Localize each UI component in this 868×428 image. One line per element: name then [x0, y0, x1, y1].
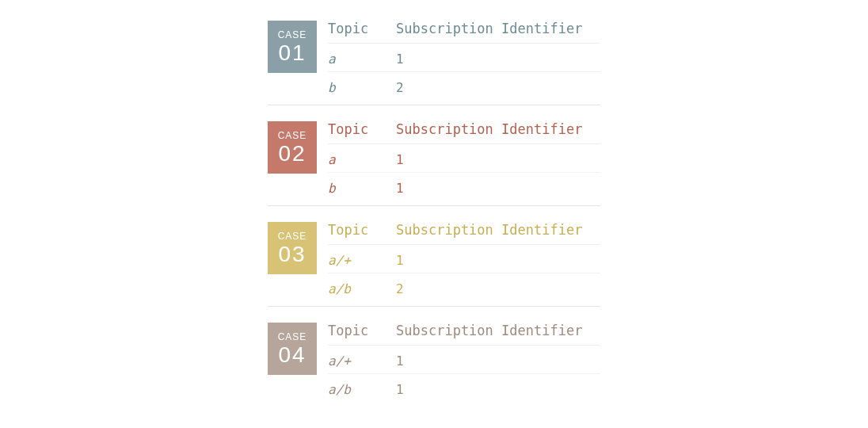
case-badge: CASE 02	[268, 121, 317, 174]
case-table: Topic Subscription Identifier a/+ 1 a/b …	[328, 323, 600, 402]
badge-label: CASE	[278, 29, 307, 40]
case-badge: CASE 03	[268, 222, 317, 274]
cell-subscription-identifier: 1	[396, 152, 600, 167]
badge-label: CASE	[278, 231, 307, 242]
case-table: Topic Subscription Identifier a 1 b 2	[328, 21, 600, 100]
header-topic: Topic	[328, 21, 396, 36]
header-subscription-identifier: Subscription Identifier	[396, 21, 600, 36]
cell-subscription-identifier: 2	[396, 80, 600, 95]
cell-topic: b	[328, 181, 396, 196]
cell-topic: a/+	[328, 253, 396, 268]
cell-subscription-identifier: 1	[396, 382, 600, 397]
badge-number: 01	[278, 42, 306, 64]
cell-subscription-identifier: 1	[396, 52, 600, 67]
table-row: a/b 1	[328, 373, 600, 402]
header-topic: Topic	[328, 323, 396, 338]
case-block: CASE 01 Topic Subscription Identifier a …	[268, 21, 600, 105]
case-list: CASE 01 Topic Subscription Identifier a …	[268, 21, 600, 407]
table-header: Topic Subscription Identifier	[328, 121, 600, 144]
table-row: a 1	[328, 144, 600, 172]
cell-subscription-identifier: 1	[396, 253, 600, 268]
table-row: a/+ 1	[328, 346, 600, 373]
header-subscription-identifier: Subscription Identifier	[396, 121, 600, 137]
cell-topic: a/+	[328, 353, 396, 369]
case-table: Topic Subscription Identifier a 1 b 1	[328, 121, 600, 201]
cell-topic: b	[328, 80, 396, 95]
header-topic: Topic	[328, 222, 396, 238]
header-topic: Topic	[328, 121, 396, 137]
badge-number: 02	[278, 143, 306, 165]
table-header: Topic Subscription Identifier	[328, 323, 600, 346]
cell-subscription-identifier: 1	[396, 181, 600, 196]
cell-subscription-identifier: 2	[396, 281, 600, 296]
table-row: b 2	[328, 71, 600, 100]
cell-topic: a	[328, 152, 396, 167]
cell-topic: a/b	[328, 281, 396, 296]
case-block: CASE 02 Topic Subscription Identifier a …	[268, 121, 600, 206]
case-badge: CASE 01	[268, 21, 317, 73]
cell-topic: a	[328, 52, 396, 67]
header-subscription-identifier: Subscription Identifier	[396, 222, 600, 238]
badge-label: CASE	[278, 331, 307, 342]
badge-number: 04	[278, 344, 306, 366]
badge-number: 03	[278, 243, 306, 266]
case-badge: CASE 04	[268, 323, 317, 375]
table-row: a 1	[328, 44, 600, 71]
case-block: CASE 03 Topic Subscription Identifier a/…	[268, 222, 600, 307]
case-block: CASE 04 Topic Subscription Identifier a/…	[268, 323, 600, 407]
table-row: a/+ 1	[328, 245, 600, 273]
table-header: Topic Subscription Identifier	[328, 222, 600, 245]
table-row: a/b 2	[328, 273, 600, 301]
case-table: Topic Subscription Identifier a/+ 1 a/b …	[328, 222, 600, 301]
header-subscription-identifier: Subscription Identifier	[396, 323, 600, 338]
badge-label: CASE	[278, 130, 307, 141]
cell-topic: a/b	[328, 382, 396, 397]
cell-subscription-identifier: 1	[396, 353, 600, 369]
table-row: b 1	[328, 172, 600, 201]
table-header: Topic Subscription Identifier	[328, 21, 600, 44]
